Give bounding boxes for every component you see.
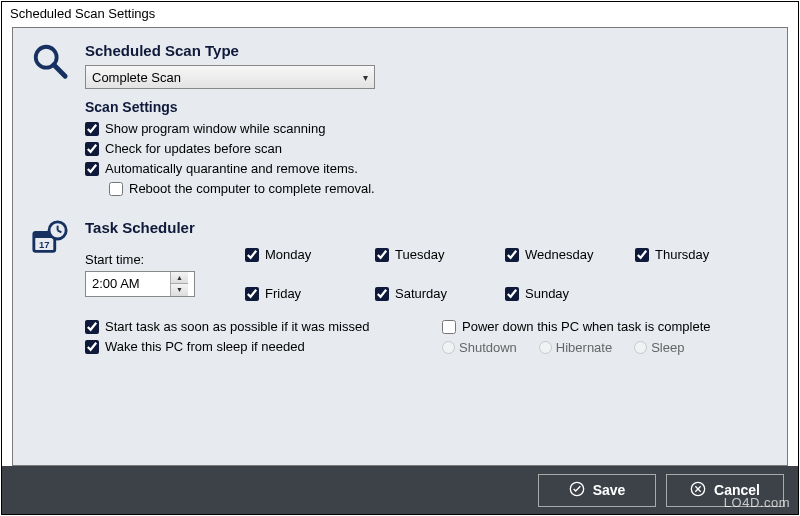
check-updates-input[interactable] [85, 142, 99, 156]
close-circle-icon [690, 481, 706, 500]
wake-pc-checkbox[interactable]: Wake this PC from sleep if needed [85, 339, 412, 354]
svg-line-1 [54, 65, 65, 76]
day-thursday[interactable]: Thursday [635, 247, 755, 262]
time-spinner[interactable]: ▲ ▼ [170, 272, 188, 296]
reboot-input[interactable] [109, 182, 123, 196]
day-wednesday[interactable]: Wednesday [505, 247, 625, 262]
check-circle-icon [569, 481, 585, 500]
reboot-checkbox[interactable]: Reboot the computer to complete removal. [109, 181, 769, 196]
auto-quarantine-input[interactable] [85, 162, 99, 176]
radio-sleep[interactable]: Sleep [634, 340, 684, 355]
radio-shutdown[interactable]: Shutdown [442, 340, 517, 355]
show-window-input[interactable] [85, 122, 99, 136]
calendar-clock-icon: 17 [31, 245, 69, 260]
scan-type-heading: Scheduled Scan Type [85, 42, 769, 59]
scan-settings-heading: Scan Settings [85, 99, 769, 115]
scan-type-section: Scheduled Scan Type Complete Scan ▾ Scan… [31, 42, 769, 201]
start-missed-checkbox[interactable]: Start task as soon as possible if it was… [85, 319, 412, 334]
settings-window: Scheduled Scan Settings Scheduled Scan T… [1, 1, 799, 515]
window-title: Scheduled Scan Settings [2, 2, 798, 27]
show-window-checkbox[interactable]: Show program window while scanning [85, 121, 769, 136]
save-button[interactable]: Save [538, 474, 656, 507]
search-icon [31, 68, 69, 83]
scan-type-value: Complete Scan [92, 70, 181, 85]
scheduler-heading: Task Scheduler [85, 219, 769, 236]
days-grid: Monday Tuesday Wednesday Thursday Friday… [245, 242, 755, 306]
power-down-checkbox[interactable]: Power down this PC when task is complete [442, 319, 769, 334]
scan-type-select[interactable]: Complete Scan ▾ [85, 65, 375, 89]
start-time-field[interactable]: ▲ ▼ [85, 271, 195, 297]
day-friday[interactable]: Friday [245, 286, 365, 301]
radio-hibernate[interactable]: Hibernate [539, 340, 612, 355]
spinner-up-icon[interactable]: ▲ [171, 272, 188, 285]
reboot-label: Reboot the computer to complete removal. [129, 181, 375, 196]
spinner-down-icon[interactable]: ▼ [171, 284, 188, 296]
footer-bar: Save Cancel [2, 466, 798, 514]
content-panel: Scheduled Scan Type Complete Scan ▾ Scan… [12, 27, 788, 466]
day-sunday[interactable]: Sunday [505, 286, 625, 301]
day-tuesday[interactable]: Tuesday [375, 247, 495, 262]
scheduler-section: 17 Task Scheduler Start time: [31, 219, 769, 359]
cancel-button[interactable]: Cancel [666, 474, 784, 507]
cancel-label: Cancel [714, 482, 760, 498]
check-updates-checkbox[interactable]: Check for updates before scan [85, 141, 769, 156]
check-updates-label: Check for updates before scan [105, 141, 282, 156]
chevron-down-icon: ▾ [363, 72, 368, 83]
auto-quarantine-checkbox[interactable]: Automatically quarantine and remove item… [85, 161, 769, 176]
day-monday[interactable]: Monday [245, 247, 365, 262]
start-time-input[interactable] [86, 272, 170, 296]
save-label: Save [593, 482, 626, 498]
svg-text:17: 17 [39, 239, 50, 250]
power-down-options: Shutdown Hibernate Sleep [442, 340, 769, 355]
start-time-label: Start time: [85, 252, 215, 267]
auto-quarantine-label: Automatically quarantine and remove item… [105, 161, 358, 176]
show-window-label: Show program window while scanning [105, 121, 325, 136]
day-saturday[interactable]: Saturday [375, 286, 495, 301]
